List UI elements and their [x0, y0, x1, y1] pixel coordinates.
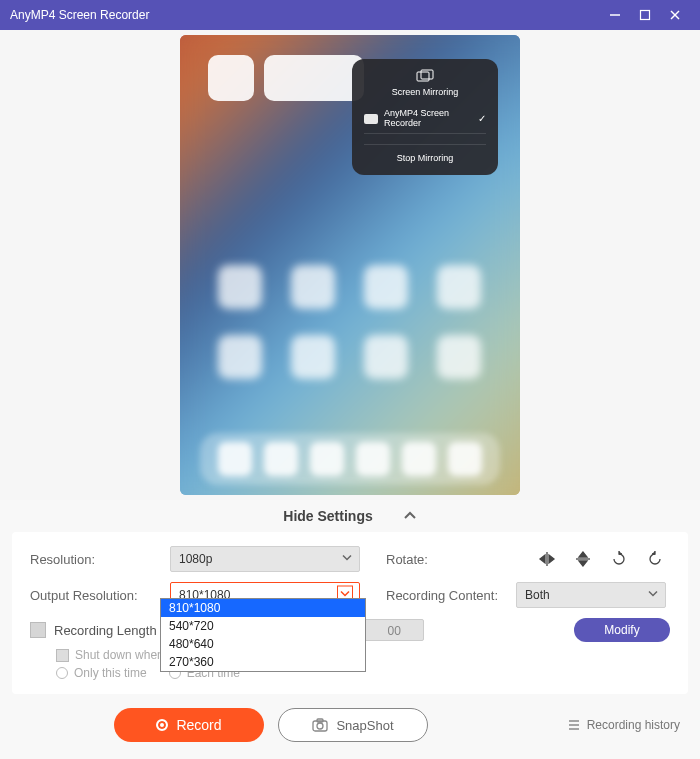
resolution-value: 1080p: [179, 552, 212, 566]
mirror-title: Screen Mirroring: [392, 87, 459, 97]
device-icon: [364, 114, 378, 124]
svg-marker-8: [549, 555, 554, 563]
dropdown-option[interactable]: 540*720: [161, 617, 365, 635]
camera-icon: [312, 718, 328, 732]
time-minutes-field[interactable]: 00: [364, 619, 424, 641]
dropdown-option[interactable]: 270*360: [161, 653, 365, 671]
record-label: Record: [176, 717, 221, 733]
flip-horizontal-icon[interactable]: [538, 550, 556, 568]
only-this-time-label: Only this time: [74, 666, 147, 680]
flip-vertical-icon[interactable]: [574, 550, 592, 568]
resolution-label: Resolution:: [30, 552, 160, 567]
rotate-label: Rotate:: [386, 552, 506, 567]
shutdown-checkbox[interactable]: [56, 649, 69, 662]
dropdown-option[interactable]: 810*1080: [161, 599, 365, 617]
maximize-button[interactable]: [630, 5, 660, 25]
svg-marker-11: [579, 561, 587, 566]
stop-mirroring-button[interactable]: Stop Mirroring: [364, 144, 486, 163]
close-button[interactable]: [660, 5, 690, 25]
list-icon: [567, 719, 581, 731]
svg-rect-4: [417, 72, 429, 81]
output-resolution-label: Output Resolution:: [30, 588, 160, 603]
chevron-up-icon: [403, 509, 417, 523]
chevron-down-icon: [647, 588, 659, 603]
recording-length-checkbox[interactable]: [30, 622, 46, 638]
screen-mirroring-popup: Screen Mirroring AnyMP4 Screen Recorder …: [352, 59, 498, 175]
device-preview: Screen Mirroring AnyMP4 Screen Recorder …: [180, 35, 520, 495]
snapshot-label: SnapShot: [336, 718, 393, 733]
checkmark-icon: [478, 113, 486, 124]
app-title: AnyMP4 Screen Recorder: [10, 8, 600, 22]
output-resolution-dropdown[interactable]: 810*1080 540*720 480*640 270*360: [160, 598, 366, 672]
record-icon: [156, 719, 168, 731]
recording-content-select[interactable]: Both: [516, 582, 666, 608]
record-button[interactable]: Record: [114, 708, 264, 742]
rotate-left-icon[interactable]: [610, 550, 628, 568]
bottom-bar: Record SnapShot Recording history: [0, 694, 700, 756]
svg-marker-10: [579, 552, 587, 557]
svg-marker-7: [540, 555, 545, 563]
recording-content-value: Both: [525, 588, 550, 602]
settings-panel: Resolution: 1080p Rotate: Output Resolut…: [12, 532, 688, 694]
mirror-device-label: AnyMP4 Screen Recorder: [384, 109, 472, 129]
dropdown-option[interactable]: 480*640: [161, 635, 365, 653]
mirror-device-item[interactable]: AnyMP4 Screen Recorder: [364, 105, 486, 134]
hide-settings-toggle[interactable]: Hide Settings: [0, 500, 700, 532]
minimize-button[interactable]: [600, 5, 630, 25]
preview-area: Screen Mirroring AnyMP4 Screen Recorder …: [0, 30, 700, 500]
mirror-header: Screen Mirroring: [364, 69, 486, 97]
svg-point-13: [317, 723, 323, 729]
svg-rect-5: [421, 70, 433, 79]
title-bar: AnyMP4 Screen Recorder: [0, 0, 700, 30]
svg-rect-1: [641, 11, 650, 20]
history-label: Recording history: [587, 718, 680, 732]
rotate-right-icon[interactable]: [646, 550, 664, 568]
hide-settings-label: Hide Settings: [283, 508, 372, 524]
recording-length-label: Recording Length: [54, 623, 157, 638]
recording-history-link[interactable]: Recording history: [567, 718, 680, 732]
modify-button[interactable]: Modify: [574, 618, 670, 642]
resolution-select[interactable]: 1080p: [170, 546, 360, 572]
snapshot-button[interactable]: SnapShot: [278, 708, 428, 742]
recording-content-label: Recording Content:: [386, 588, 506, 603]
chevron-down-icon: [341, 552, 353, 567]
only-this-time-radio[interactable]: [56, 667, 68, 679]
